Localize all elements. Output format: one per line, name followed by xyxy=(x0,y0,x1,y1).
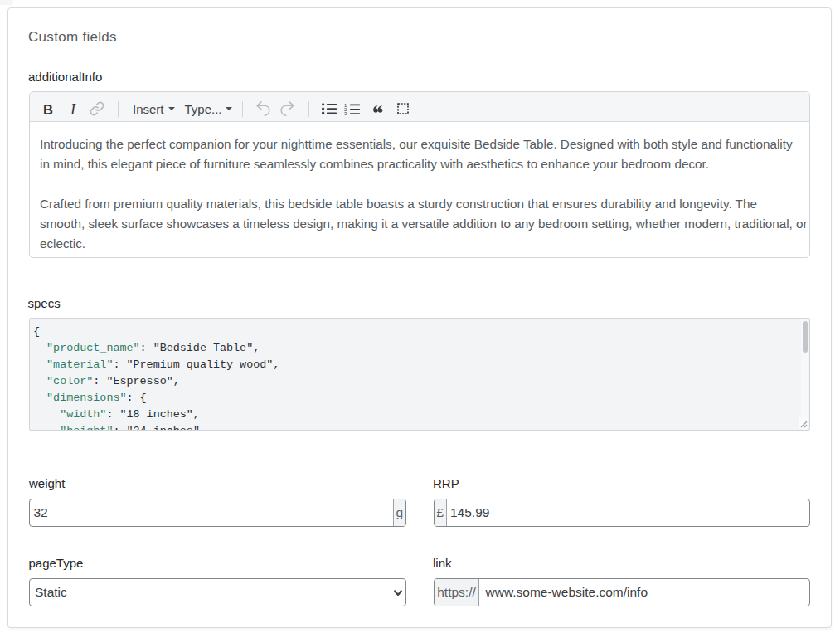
svg-text:3: 3 xyxy=(344,111,347,115)
